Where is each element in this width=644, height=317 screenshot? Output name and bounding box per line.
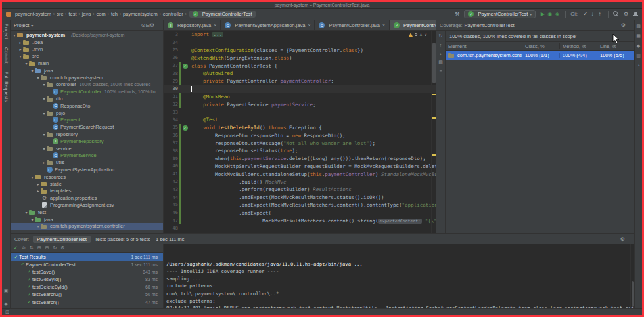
breadcrumb-item[interactable]: com — [96, 11, 106, 17]
code-line[interactable]: 26@ExtendWith(SpringExtension.class) — [164, 54, 436, 62]
code-line[interactable]: 35✓ void testDeleteById() throws Excepti… — [164, 124, 436, 132]
tree-toggle-icon[interactable]: ▾ — [24, 61, 29, 66]
code-line[interactable]: 34 @Test — [164, 116, 436, 124]
code-line[interactable]: 31 @MockBean — [164, 93, 436, 100]
editor-scrollbar[interactable] — [431, 31, 436, 233]
tree-item[interactable]: ▾pojo — [11, 110, 163, 117]
code-line[interactable]: 39 when(this.paymentService.delete((Long… — [164, 155, 436, 163]
breadcrumb-current-file[interactable]: ✓PaymentControllerTest — [189, 11, 256, 18]
tree-item[interactable]: ▸.idea — [11, 39, 163, 46]
terminal-icon[interactable]: ▣ — [4, 288, 9, 293]
warning-stripe-mark[interactable] — [432, 94, 436, 95]
breadcrumb-item[interactable]: paymentsystem — [122, 11, 158, 17]
test-tree-item[interactable]: ✓testSave()843 ms — [11, 268, 163, 276]
maven-icon[interactable]: ▦ — [636, 33, 641, 39]
tree-item[interactable]: ▾service — [11, 145, 163, 152]
tree-toggle-icon[interactable]: ▾ — [30, 217, 35, 222]
tree-item[interactable]: ▸templates — [11, 188, 163, 195]
test-tree-item[interactable]: ✓Test Results1 sec 111 ms — [11, 253, 163, 261]
code-line[interactable]: 44 .andExpect(MockMvcResultMatchers.stat… — [164, 194, 436, 201]
warning-stripe-mark[interactable] — [432, 154, 436, 156]
code-line[interactable]: 42 .build() MockMvc — [164, 178, 436, 186]
code-line[interactable]: 40 MockHttpServletRequestBuilder request… — [164, 163, 436, 171]
tree-item[interactable]: CPaymentSystemApplication — [11, 166, 163, 173]
project-pane-title[interactable]: Project — [14, 22, 29, 28]
test-tree-item[interactable]: ✓testGetById()83 ms — [11, 276, 163, 283]
tree-toggle-icon[interactable]: ▾ — [24, 210, 29, 215]
tree-toggle-icon[interactable]: ▾ — [18, 54, 23, 58]
tool-strip-label-commit[interactable]: Commit — [4, 47, 9, 64]
run-with-coverage-icon[interactable]: ◈ — [553, 12, 561, 17]
tree-item[interactable]: ▸.mvn — [11, 46, 163, 53]
filter-coverage-icon[interactable]: ≡ — [439, 69, 442, 74]
tree-item[interactable]: ▸utils — [11, 159, 163, 166]
tree-toggle-icon[interactable]: ▸ — [35, 182, 41, 186]
tool-strip-label-project[interactable]: Project — [4, 24, 9, 39]
code-line[interactable]: 37 responseDto.setMessage("Not all who w… — [164, 139, 436, 147]
tree-item[interactable]: ▾test — [11, 209, 163, 216]
next-warning-icon[interactable]: ∨ — [425, 32, 427, 37]
hide-panel-icon[interactable]: ― — [626, 22, 631, 28]
tree-item[interactable]: ⚙application.properties — [11, 194, 163, 201]
code-line[interactable]: 46 .andExpect( — [164, 209, 436, 217]
tool-strip-label-pull-requests[interactable]: Pull Requests — [4, 72, 9, 102]
tree-toggle-icon[interactable]: ▾ — [35, 75, 41, 80]
breadcrumb-item[interactable]: java — [81, 11, 92, 17]
tree-item[interactable]: ▾com.tch.paymentsystem.controller — [11, 223, 163, 230]
tree-toggle-icon[interactable]: ▾ — [41, 132, 47, 137]
run-panel-tab[interactable]: PaymentControllerTest — [33, 236, 91, 243]
generate-report-icon[interactable]: ▤ — [438, 60, 443, 65]
coverage-column-header[interactable]: Element — [446, 43, 522, 49]
close-tab-icon[interactable]: × — [308, 23, 310, 28]
coverage-column-header[interactable]: Method, % — [559, 43, 597, 49]
tree-toggle-icon[interactable]: ▾ — [30, 175, 35, 179]
code-line[interactable]: 25@ContextConfiguration(classes = {Payme… — [164, 47, 436, 54]
breadcrumb-item[interactable]: controller — [162, 11, 184, 17]
code-line[interactable]: 30 — [164, 85, 436, 93]
close-tab-icon[interactable]: × — [214, 23, 216, 28]
tree-toggle-icon[interactable]: ▸ — [35, 188, 41, 193]
tree-item[interactable]: ▾com.tch.paymentsystem — [11, 74, 163, 81]
tree-item[interactable]: ▾resources — [11, 173, 163, 180]
code-line[interactable]: 28 @Autowired — [164, 70, 436, 77]
tree-toggle-icon[interactable]: ▾ — [12, 33, 17, 37]
coverage-column-header[interactable]: Line, % — [597, 43, 634, 49]
search-icon[interactable] — [613, 11, 619, 17]
coverage-column-header[interactable]: Class, % — [522, 43, 559, 49]
warning-stripe-mark[interactable] — [432, 117, 436, 119]
code-line[interactable]: 27✓class PaymentControllerTest { — [164, 62, 436, 70]
push-icon[interactable]: ↑ — [596, 12, 603, 17]
show-passed-icon[interactable]: ✓ — [14, 245, 18, 251]
gradle-icon[interactable]: ◆ — [637, 43, 640, 49]
scrollbar-thumb[interactable] — [432, 43, 436, 83]
tree-toggle-icon[interactable]: ▾ — [41, 146, 47, 151]
settings-icon[interactable]: ⚙ — [150, 22, 154, 28]
sort-alphabetically-icon[interactable]: ⇅ — [30, 245, 34, 251]
tool-windows-icon[interactable]: ⊞ — [5, 310, 9, 315]
tree-toggle-icon[interactable]: ▸ — [18, 47, 23, 51]
tree-item[interactable]: ▾java — [11, 216, 163, 223]
tree-item[interactable]: ▾payment-system~/Desktop/payment-system — [11, 32, 163, 39]
tree-toggle-icon[interactable]: ▸ — [41, 160, 47, 165]
code-line[interactable]: 45 .andExpect(MockMvcResultMatchers.cont… — [164, 201, 436, 209]
notifications-icon[interactable]: ◔ — [637, 63, 639, 68]
tree-item[interactable]: ▸static — [11, 180, 163, 188]
editor-tab[interactable]: ✓PaymentControllerTest.java× — [390, 20, 436, 30]
tree-item[interactable]: CPaymentSearchRequest — [11, 123, 163, 131]
tree-toggle-icon[interactable]: ▾ — [41, 111, 47, 116]
run-configuration-select[interactable]: ✓ PaymentControllerTest ▾ — [464, 10, 536, 18]
tree-item[interactable]: ProgrammingAssignment.csv — [11, 201, 163, 209]
settings-icon[interactable]: ⚙ — [622, 12, 630, 17]
tree-toggle-icon[interactable]: ▾ — [30, 68, 35, 73]
database-icon[interactable]: ▥ — [636, 53, 641, 58]
settings-icon[interactable]: ⚙ — [621, 22, 626, 28]
tree-item[interactable]: CPaymentService — [11, 152, 163, 159]
tree-item[interactable]: IPaymentRepository — [11, 138, 163, 145]
test-tree-item[interactable]: ✓PaymentControllerTest1 sec 111 ms — [11, 261, 163, 268]
prev-warning-icon[interactable]: ∧ — [419, 32, 422, 37]
notifications-icon[interactable] — [633, 12, 638, 17]
tree-item[interactable]: ▾src — [11, 53, 163, 60]
editor-tab[interactable]: IRepository.java× — [164, 20, 221, 30]
expand-all-icon[interactable]: ⊞ — [37, 245, 41, 251]
refresh-coverage-icon[interactable]: ↻ — [439, 33, 443, 39]
